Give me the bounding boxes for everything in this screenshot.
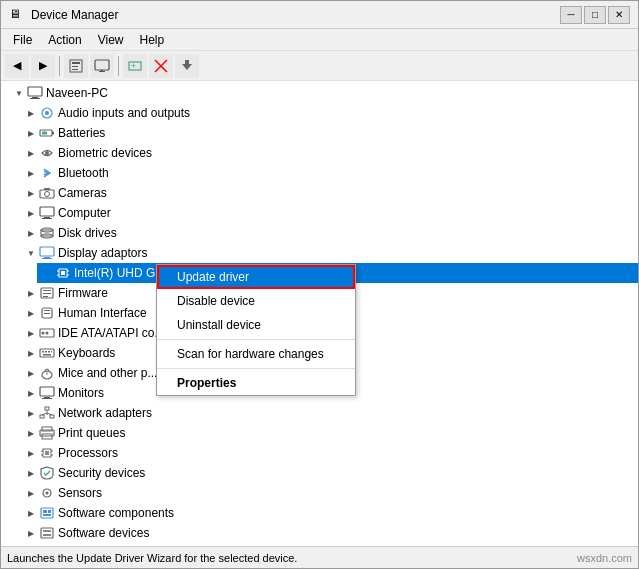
toolbar-update[interactable] [175, 54, 199, 78]
expand-biometric[interactable]: ▶ [23, 145, 39, 161]
expand-audio[interactable]: ▶ [23, 105, 39, 121]
title-controls: ─ □ ✕ [560, 6, 630, 24]
tree-intel-label: Intel(R) UHD G... [74, 266, 165, 280]
svg-rect-54 [43, 354, 51, 356]
expand-print[interactable]: ▶ [23, 425, 39, 441]
toolbar-add[interactable]: + [123, 54, 147, 78]
svg-rect-58 [44, 397, 50, 398]
expand-disk[interactable]: ▶ [23, 225, 39, 241]
tree-audio[interactable]: ▶ Audio inputs and outputs [21, 103, 638, 123]
tree-hid-label: Human Interface [58, 306, 147, 320]
tree-security[interactable]: ▶ Security devices [21, 463, 638, 483]
device-tree[interactable]: ▼ Naveen-PC ▶ [1, 81, 638, 546]
toolbar-scan[interactable] [90, 54, 114, 78]
tree-sw-devices[interactable]: ▶ Software devices [21, 523, 638, 543]
expand-mice[interactable]: ▶ [23, 365, 39, 381]
menu-action[interactable]: Action [40, 31, 89, 48]
svg-rect-4 [95, 60, 109, 70]
toolbar-properties[interactable] [64, 54, 88, 78]
title-bar: 🖥 Device Manager ─ □ ✕ [1, 1, 638, 29]
svg-rect-6 [101, 70, 103, 72]
expand-security[interactable]: ▶ [23, 465, 39, 481]
expand-network[interactable]: ▶ [23, 405, 39, 421]
tree-disk[interactable]: ▶ Disk drives [21, 223, 638, 243]
status-bar: Launches the Update Driver Wizard for th… [1, 546, 638, 568]
tree-network-label: Network adapters [58, 406, 152, 420]
svg-rect-1 [72, 62, 80, 64]
menu-file[interactable]: File [5, 31, 40, 48]
expand-hid[interactable]: ▶ [23, 305, 39, 321]
expand-firmware[interactable]: ▶ [23, 285, 39, 301]
sound-icon [39, 545, 55, 546]
ctx-properties[interactable]: Properties [157, 371, 355, 395]
ctx-update-driver[interactable]: Update driver [157, 265, 355, 289]
expand-sensors[interactable]: ▶ [23, 485, 39, 501]
close-button[interactable]: ✕ [608, 6, 630, 24]
ctx-uninstall-device[interactable]: Uninstall device [157, 313, 355, 337]
maximize-button[interactable]: □ [584, 6, 606, 24]
tree-sensors[interactable]: ▶ Sensors [21, 483, 638, 503]
menu-help[interactable]: Help [132, 31, 173, 48]
ctx-disable-device[interactable]: Disable device [157, 289, 355, 313]
expand-ide[interactable]: ▶ [23, 325, 39, 341]
expand-sw-components[interactable]: ▶ [23, 505, 39, 521]
svg-rect-81 [41, 528, 53, 538]
tree-display[interactable]: ▼ Display adaptors [21, 243, 638, 263]
tree-sound[interactable]: ▶ Sound, video and game controllers [21, 543, 638, 546]
expand-computer[interactable]: ▶ [23, 205, 39, 221]
tree-computer[interactable]: ▶ Computer [21, 203, 638, 223]
expand-bluetooth[interactable]: ▶ [23, 165, 39, 181]
expand-cameras[interactable]: ▶ [23, 185, 39, 201]
ctx-scan-hardware[interactable]: Scan for hardware changes [157, 342, 355, 366]
toolbar-back[interactable]: ◀ [5, 54, 29, 78]
toolbar-sep-2 [118, 56, 119, 76]
expand-keyboard[interactable]: ▶ [23, 345, 39, 361]
svg-rect-82 [43, 530, 51, 532]
tree-biometric[interactable]: ▶ Biometric devices [21, 143, 638, 163]
svg-rect-50 [42, 351, 44, 353]
status-text: Launches the Update Driver Wizard for th… [7, 552, 577, 564]
svg-text:+: + [131, 61, 136, 71]
menu-view[interactable]: View [90, 31, 132, 48]
tree-print[interactable]: ▶ Print queues [21, 423, 638, 443]
expand-monitors[interactable]: ▶ [23, 385, 39, 401]
tree-processors[interactable]: ▶ Processors [21, 443, 638, 463]
expand-sound[interactable]: ▶ [23, 545, 39, 546]
tree-cameras[interactable]: ▶ Cameras [21, 183, 638, 203]
tree-monitors-label: Monitors [58, 386, 104, 400]
tree-sensors-label: Sensors [58, 486, 102, 500]
svg-rect-51 [45, 351, 47, 353]
tree-root[interactable]: ▼ Naveen-PC [9, 83, 638, 103]
menu-bar: File Action View Help [1, 29, 638, 51]
svg-rect-45 [44, 313, 50, 314]
svg-rect-49 [40, 349, 54, 357]
svg-rect-41 [43, 293, 51, 294]
chip-icon [55, 265, 71, 281]
expand-display[interactable]: ▼ [23, 245, 39, 261]
expand-processors[interactable]: ▶ [23, 445, 39, 461]
window-icon: 🖥 [9, 7, 25, 23]
expand-sw-devices[interactable]: ▶ [23, 525, 39, 541]
expand-batteries[interactable]: ▶ [23, 125, 39, 141]
tree-batteries[interactable]: ▶ Batteries [21, 123, 638, 143]
toolbar-forward[interactable]: ▶ [31, 54, 55, 78]
bluetooth-icon [39, 165, 55, 181]
svg-rect-70 [45, 451, 49, 455]
toolbar-remove[interactable] [149, 54, 173, 78]
hid-icon [39, 305, 55, 321]
tree-bluetooth[interactable]: ▶ Bluetooth [21, 163, 638, 183]
expand-icon[interactable]: ▼ [11, 85, 27, 101]
minimize-button[interactable]: ─ [560, 6, 582, 24]
print-icon [39, 425, 55, 441]
device-manager-window: 🖥 Device Manager ─ □ ✕ File Action View … [0, 0, 639, 569]
svg-point-20 [45, 151, 49, 155]
keyboard-icon [39, 345, 55, 361]
tree-firmware-label: Firmware [58, 286, 108, 300]
tree-network[interactable]: ▶ Network adapters [21, 403, 638, 423]
ide-icon [39, 325, 55, 341]
svg-rect-23 [44, 188, 50, 190]
ctx-sep-1 [157, 339, 355, 340]
expand-intel [39, 265, 55, 281]
tree-audio-label: Audio inputs and outputs [58, 106, 190, 120]
tree-sw-components[interactable]: ▶ Software components [21, 503, 638, 523]
